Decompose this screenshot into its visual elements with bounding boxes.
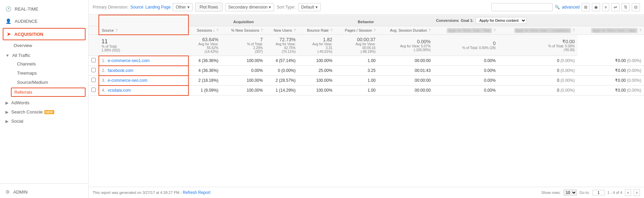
next-page-button[interactable]: › [634, 189, 640, 196]
new-users-help-icon[interactable]: ? [294, 29, 296, 32]
pct-new-sessions-header[interactable]: % New Sessions ? [221, 26, 265, 35]
sidebar-sub-source-medium[interactable]: Source/Medium [0, 78, 88, 87]
conversions-section-header: Conversions Goal 1: Apply for Demo conte… [433, 15, 644, 26]
report-text: This report was generated on 3/27/17 at … [93, 191, 182, 195]
sidebar-adwords-group[interactable]: ▶ AdWords [0, 97, 88, 107]
row-checkbox[interactable] [89, 66, 99, 76]
pct-help-icon[interactable]: ? [261, 29, 263, 32]
source-link-row[interactable]: e-commerce-seo1.com [108, 58, 150, 63]
sidebar-sub-referrals[interactable]: Referrals [11, 88, 86, 97]
sessions-cell: 2 (18.18%) [188, 76, 221, 86]
sort-type-dropdown[interactable]: Default ▾ [298, 3, 321, 11]
total-pages-val: 1.82 [301, 37, 333, 42]
total-pct-label: % of Total:1.99% (552) [102, 45, 186, 52]
pivot-button[interactable]: ⇅ [622, 3, 630, 11]
sidebar-item-acquisition[interactable]: ➤ ACQUISITION [3, 28, 86, 40]
avg-session-duration-header[interactable]: Avg. Session Duration ? [378, 26, 433, 35]
sidebar-treemaps-label: Treemaps [17, 71, 37, 76]
landing-page-link[interactable]: Landing Page [145, 5, 171, 10]
conv2-help-icon[interactable]: ? [573, 29, 575, 32]
pie-chart-button[interactable]: ◉ [592, 3, 600, 11]
goal-select[interactable]: Apply for Demo content [476, 17, 526, 24]
toolbar-right: 🔍 advanced ⊞ ◉ ≡ ⇌ ⇅ ⊟ [491, 3, 640, 11]
bounce-rate-header[interactable]: Bounce Rate ? [298, 26, 335, 35]
conv1-help-icon[interactable]: ? [494, 29, 496, 32]
bounce-help-icon[interactable]: ? [331, 29, 333, 32]
row-checkbox[interactable] [89, 86, 99, 95]
dur-help-icon[interactable]: ? [429, 29, 431, 32]
audience-icon: 👤 [5, 18, 11, 24]
sidebar-audience-label: AUDIENCE [15, 19, 37, 24]
avg-duration-cell: 00:01:43 [378, 66, 433, 76]
conv2-header[interactable]: Apply for Demo Goal 1 Completions ? [499, 26, 578, 35]
total-new-users-val: 7 [224, 37, 263, 42]
source-help-icon[interactable]: ? [116, 29, 118, 32]
sessions-help-icon[interactable]: ? [216, 29, 218, 32]
row-checkbox[interactable] [89, 76, 99, 86]
goto-input[interactable] [593, 190, 605, 195]
other-dropdown[interactable]: Other ▾ [173, 3, 193, 11]
data-table: Source ? Acquisition Behavior Conversion… [89, 15, 644, 96]
conv3-cell: ₹0.00 (0.00%) [578, 76, 644, 86]
list-view-button[interactable]: ≡ [602, 3, 609, 11]
totals-label: 11 % of Total:1.99% (552) [99, 35, 188, 56]
conv1-rate-header[interactable]: Apply for Demo Goal 1 Rate ? [433, 26, 499, 35]
conv3-cell: ₹0.00 (0.00%) [578, 56, 644, 66]
pct-new-sessions-cell: 100.00% [221, 86, 265, 95]
table-row: 1. e-commerce-seo1.com 4 (36.36%) 100.00… [89, 56, 644, 66]
pages-session-header[interactable]: Pages / Session ? [335, 26, 378, 35]
total-pct-new-avg: Avg for View:55.62%(14.42%) [191, 42, 218, 54]
primary-dimension-bar: Primary Dimension: Source Landing Page O… [93, 3, 193, 11]
pages-help-icon[interactable]: ? [374, 29, 376, 32]
total-conv2-val: 0 [436, 41, 496, 46]
conv3-header[interactable]: Apply for Demo Goal 1 Value ? [578, 26, 644, 35]
source-link-row[interactable]: vcsdata.com [108, 88, 131, 93]
total-pct-new-val: 63.64% [191, 37, 218, 42]
advanced-link[interactable]: advanced [562, 5, 580, 10]
gear-icon: ⚙ [5, 189, 10, 195]
row-checkbox[interactable] [89, 56, 99, 66]
pct-new-sessions-cell: 100.00% [221, 56, 265, 66]
sessions-header[interactable]: Sessions ↓ ? [188, 26, 221, 35]
secondary-dimension-dropdown[interactable]: Secondary dimension ▾ [225, 3, 274, 11]
conv3-help-icon[interactable]: ? [639, 29, 641, 32]
sidebar-item-admin[interactable]: ⚙ ADMIN [0, 186, 88, 198]
grid-view-button[interactable]: ⊞ [582, 3, 590, 11]
prev-page-button[interactable]: ‹ [625, 189, 631, 196]
conv1-rate-cell: 0.00% [433, 86, 499, 95]
avg-duration-label: Avg. Session Duration [390, 28, 427, 32]
source-cell: 2. facebook.com [99, 66, 188, 76]
conv1-rate-cell: 0.00% [433, 76, 499, 86]
new-users-cell: 1 (14.29%) [265, 86, 298, 95]
data-table-container: Source ? Acquisition Behavior Conversion… [89, 15, 644, 187]
bounce-rate-cell: 100.00% [298, 56, 335, 66]
conv2-cell: 0 (0.00%) [499, 56, 578, 66]
search-icon[interactable]: 🔍 [555, 5, 560, 10]
sidebar-search-console-group[interactable]: ▶ Search Console NEW [0, 107, 88, 116]
sidebar-sub-treemaps[interactable]: Treemaps [0, 68, 88, 78]
sidebar-social-label: Social [11, 119, 23, 124]
triangle-down-icon: ▼ [5, 53, 10, 58]
density-button[interactable]: ⊟ [632, 3, 640, 11]
conv2-cell: 0 (0.00%) [499, 76, 578, 86]
sessions-cell: 1 (9.09%) [188, 86, 221, 95]
sidebar-sub-overview[interactable]: Overview [0, 41, 88, 50]
sidebar-all-traffic-group[interactable]: ▼ All Traffic [0, 50, 88, 59]
sidebar-social-group[interactable]: ▶ Social [0, 116, 88, 125]
sidebar-item-realtime[interactable]: 🕐 REAL-TIME [0, 3, 88, 15]
total-conv2-pct: % of Total: 0.00% (28) [436, 46, 496, 50]
sidebar-sub-channels[interactable]: Channels [0, 59, 88, 68]
sidebar-item-audience[interactable]: 👤 AUDIENCE [0, 15, 88, 27]
source-link-row[interactable]: facebook.com [108, 68, 133, 73]
source-link-row[interactable]: e-commerce-seo.com [108, 78, 147, 83]
show-rows-select[interactable]: 10 25 50 [564, 189, 577, 196]
total-pages-session: 1.82 Avg for View:3.31(-45.01%) [298, 35, 335, 56]
new-users-header[interactable]: New Users ? [265, 26, 298, 35]
source-link[interactable]: Source [131, 5, 143, 10]
plot-rows-button[interactable]: Plot Rows [195, 3, 223, 12]
report-generated-text: This report was generated on 3/27/17 at … [93, 190, 211, 195]
search-input[interactable] [491, 3, 553, 11]
refresh-report-link[interactable]: Refresh Report [183, 190, 210, 195]
compare-button[interactable]: ⇌ [611, 3, 619, 11]
sidebar-admin-label: ADMIN [13, 189, 28, 195]
